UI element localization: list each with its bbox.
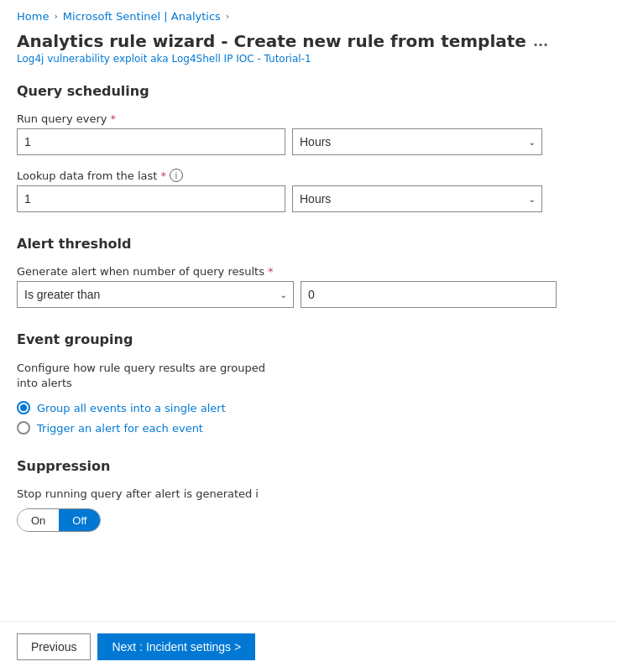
threshold-required: *	[268, 265, 274, 278]
previous-button[interactable]: Previous	[17, 633, 91, 660]
threshold-row: Generate alert when number of query resu…	[17, 265, 600, 308]
run-query-unit-select[interactable]: Hours Minutes Days	[292, 128, 542, 155]
content: Query scheduling Run query every * Hours…	[0, 66, 617, 623]
event-grouping-title: Event grouping	[17, 331, 600, 347]
radio-group-all-icon	[17, 401, 30, 414]
page-title: Analytics rule wizard - Create new rule …	[17, 31, 600, 51]
page-subtitle: Log4j vulnerability exploit aka Log4Shel…	[17, 53, 600, 65]
breadcrumb-sep2: ›	[226, 11, 229, 22]
lookup-info-icon[interactable]: i	[170, 169, 183, 182]
radio-each-event-icon	[17, 421, 30, 435]
breadcrumb-home[interactable]: Home	[17, 10, 49, 23]
threshold-value-input[interactable]	[301, 281, 557, 308]
lookup-label: Lookup data from the last * i	[17, 169, 600, 182]
lookup-unit-wrapper: Hours Minutes Days ⌄	[292, 185, 542, 212]
lookup-input[interactable]	[17, 185, 285, 212]
radio-each-event[interactable]: Trigger an alert for each event	[17, 421, 600, 435]
suppression-title: Suppression	[17, 458, 600, 474]
alert-threshold-title: Alert threshold	[17, 236, 600, 252]
breadcrumb: Home › Microsoft Sentinel | Analytics ›	[0, 0, 617, 28]
event-grouping-desc: Configure how rule query results are gro…	[17, 361, 277, 391]
event-grouping-options: Group all events into a single alert Tri…	[17, 401, 600, 435]
suppression-toggle[interactable]: On Off	[17, 508, 101, 532]
suppression-section: Suppression Stop running query after ale…	[17, 458, 600, 532]
run-query-input[interactable]	[17, 128, 285, 155]
footer: Previous Next : Incident settings >	[0, 621, 617, 672]
threshold-condition-select[interactable]: Is greater than Is less than Is equal to…	[17, 281, 294, 308]
radio-group-all[interactable]: Group all events into a single alert	[17, 401, 600, 414]
run-query-row: Run query every * Hours Minutes Days ⌄	[17, 112, 600, 155]
page-header: Analytics rule wizard - Create new rule …	[0, 28, 617, 66]
run-query-label: Run query every *	[17, 112, 600, 125]
lookup-unit-select[interactable]: Hours Minutes Days	[292, 185, 542, 212]
toggle-off-button[interactable]: Off	[59, 509, 100, 531]
threshold-label: Generate alert when number of query resu…	[17, 265, 600, 278]
threshold-condition-wrapper: Is greater than Is less than Is equal to…	[17, 281, 294, 308]
breadcrumb-sentinel[interactable]: Microsoft Sentinel | Analytics	[63, 10, 221, 23]
run-query-unit-wrapper: Hours Minutes Days ⌄	[292, 128, 542, 155]
page-ellipsis-menu[interactable]: ...	[533, 34, 548, 49]
suppression-label: Stop running query after alert is genera…	[17, 487, 600, 500]
alert-threshold-section: Alert threshold Generate alert when numb…	[17, 236, 600, 308]
toggle-on-button[interactable]: On	[18, 509, 59, 531]
query-scheduling-title: Query scheduling	[17, 83, 600, 99]
suppression-info-icon[interactable]: i	[255, 487, 259, 500]
radio-each-event-label: Trigger an alert for each event	[37, 422, 203, 435]
lookup-inputs: Hours Minutes Days ⌄	[17, 185, 600, 212]
lookup-required: *	[160, 169, 166, 182]
run-query-required: *	[110, 112, 116, 125]
breadcrumb-sep1: ›	[54, 11, 57, 22]
page-title-text: Analytics rule wizard - Create new rule …	[17, 31, 526, 51]
query-scheduling-section: Query scheduling Run query every * Hours…	[17, 83, 600, 212]
lookup-row: Lookup data from the last * i Hours Minu…	[17, 169, 600, 212]
next-button[interactable]: Next : Incident settings >	[97, 633, 255, 660]
threshold-inputs: Is greater than Is less than Is equal to…	[17, 281, 600, 308]
event-grouping-section: Event grouping Configure how rule query …	[17, 331, 600, 435]
radio-group-all-label: Group all events into a single alert	[37, 402, 226, 414]
run-query-inputs: Hours Minutes Days ⌄	[17, 128, 600, 155]
